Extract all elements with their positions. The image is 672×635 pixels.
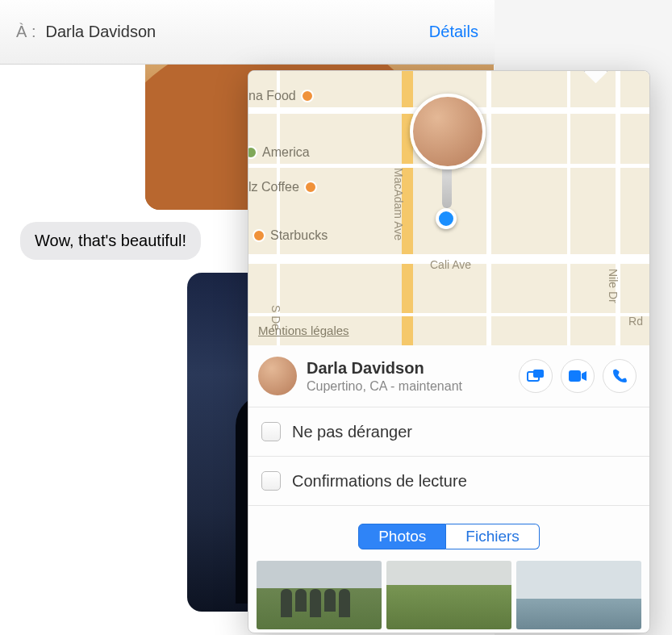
screen-share-icon — [527, 369, 545, 383]
contact-actions — [519, 359, 637, 393]
svg-rect-1 — [533, 370, 544, 378]
files-segment[interactable]: Fichiers — [446, 524, 540, 549]
dnd-option[interactable]: Ne pas déranger — [248, 407, 649, 457]
received-message[interactable]: Wow, that's beautiful! — [20, 222, 201, 260]
coffee-icon — [304, 181, 317, 194]
road-label: MacAdam Ave — [392, 168, 405, 240]
map-poi-coffee[interactable]: lz Coffee — [248, 180, 317, 194]
read-receipts-label: Confirmations de lecture — [292, 472, 467, 491]
video-icon — [568, 370, 587, 382]
contact-row: Darla Davidson Cupertino, CA - maintenan… — [248, 345, 649, 407]
coffee-icon — [253, 229, 265, 242]
restaurant-icon — [301, 90, 314, 102]
road-label: Rd — [628, 315, 643, 328]
details-button[interactable]: Détails — [429, 23, 478, 41]
road-label: Nile Dr — [607, 269, 620, 303]
map-poi-bank[interactable]: America — [248, 145, 310, 160]
location-map[interactable]: Cali Ave MacAdam Ave Nile Dr Rd S De na … — [248, 71, 649, 345]
video-call-button[interactable] — [561, 359, 595, 393]
pin-stem — [442, 168, 452, 208]
contact-avatar-pin[interactable] — [410, 94, 486, 169]
map-poi-restaurant[interactable]: na Food — [248, 89, 314, 103]
dnd-label: Ne pas déranger — [292, 423, 412, 441]
header-contact-name[interactable]: Darla Davidson — [45, 23, 156, 41]
header-left: À : Darla Davidson — [16, 23, 156, 41]
photos-segment[interactable]: Photos — [358, 524, 446, 549]
conversation-header: À : Darla Davidson Détails — [0, 0, 495, 65]
svg-rect-2 — [569, 370, 581, 382]
contact-info: Darla Davidson Cupertino, CA - maintenan… — [307, 359, 519, 394]
photo-thumbnail[interactable] — [386, 561, 511, 629]
map-poi-starbucks[interactable]: Starbucks — [253, 228, 328, 243]
details-popover: Cali Ave MacAdam Ave Nile Dr Rd S De na … — [248, 70, 650, 633]
bank-icon — [248, 146, 257, 159]
map-legal-link[interactable]: Mentions légales — [258, 324, 349, 337]
contact-name: Darla Davidson — [307, 359, 519, 378]
contact-location-status: Cupertino, CA - maintenant — [307, 379, 519, 394]
road-label: Cali Ave — [430, 258, 471, 271]
dnd-checkbox[interactable] — [261, 422, 281, 441]
attachments-segmented-control: Photos Fichiers — [248, 506, 649, 561]
photo-thumbnail[interactable] — [257, 561, 382, 629]
to-label: À : — [16, 23, 35, 41]
photo-thumbnail[interactable] — [516, 561, 641, 629]
read-receipts-option[interactable]: Confirmations de lecture — [248, 457, 649, 506]
location-dot-icon — [436, 208, 457, 229]
phone-icon — [611, 368, 628, 384]
photo-grid — [248, 561, 649, 629]
contact-avatar[interactable] — [258, 357, 297, 395]
audio-call-button[interactable] — [603, 359, 637, 393]
read-receipts-checkbox[interactable] — [261, 471, 281, 491]
screen-share-button[interactable] — [519, 359, 553, 393]
